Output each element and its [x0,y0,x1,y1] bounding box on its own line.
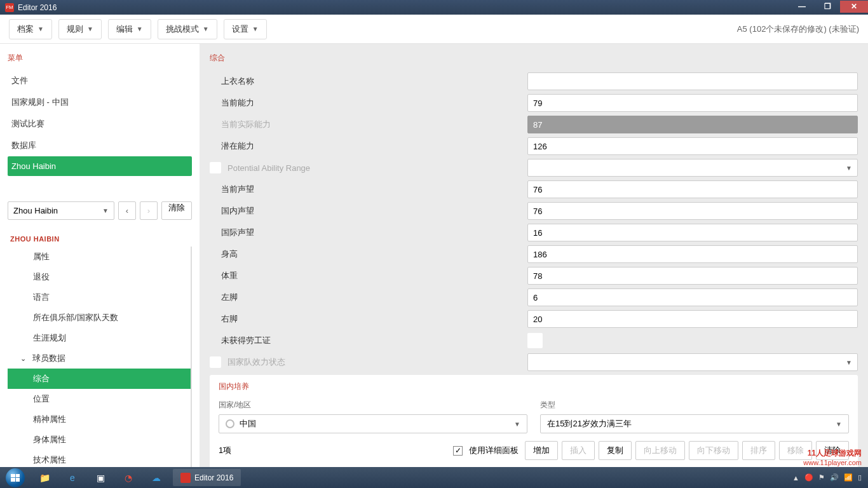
minimize-button[interactable]: — [789,1,815,13]
watermark: 11人足球游戏网 www.11player.com [803,448,862,466]
form-row-4: Potential Ability Range▼ [210,159,858,177]
field-label: 国际声望 [210,227,527,238]
maximize-button[interactable]: ❐ [815,1,840,13]
sidebar-item-0[interactable]: 文件 [8,70,192,92]
action-button-1: 插入 [562,441,595,460]
taskbar-icon[interactable]: ▣ [86,467,114,488]
chevron-down-icon: ▼ [87,25,93,32]
form-row-0: 上衣名称 [210,72,858,90]
taskbar-app-editor[interactable]: Editor 2016 [173,469,241,486]
checkbox[interactable] [210,162,221,173]
field-label: 未获得劳工证 [210,335,527,346]
taskbar: 📁 e ▣ ◔ ☁ Editor 2016 ▲🔴⚑🔊📶▯ [0,467,868,488]
type-select[interactable]: 在15到21岁效力满三年 ▼ [540,414,849,433]
close-button[interactable]: ✕ [840,1,868,13]
field-readonly [527,116,858,133]
form-row-7: 国际声望 [210,224,858,241]
nav-forward-button[interactable]: › [140,201,158,220]
sidebar-item-3[interactable]: 数据库 [8,135,192,156]
sidebar: 菜单 文件国家规则 - 中国测试比赛数据库Zhou Haibin Zhou Ha… [0,44,200,467]
form-row-5: 当前声望 [210,180,858,198]
field-label: 身高 [210,248,527,260]
tree-item-3[interactable]: 所在俱乐部/国家队天数 [8,308,191,328]
tree-sub-0[interactable]: 综合 [8,369,191,389]
menu-0[interactable]: 档案▼ [9,19,52,39]
menu-3[interactable]: 挑战模式▼ [158,19,217,39]
taskbar-icon[interactable]: 📁 [31,467,58,488]
detail-panel-checkbox[interactable]: ✓ [453,446,463,456]
field-input[interactable] [527,94,858,112]
chevron-down-icon: ⌄ [20,355,26,363]
sidebar-item-2[interactable]: 测试比赛 [8,113,192,135]
save-status: A5 (102个未保存的修改) (未验证) [737,24,859,35]
field-input[interactable] [527,202,858,220]
action-button-3: 向上移动 [635,441,685,460]
window-titlebar: FM Editor 2016 — ❐ ✕ [0,0,868,15]
menubar: 档案▼规则▼编辑▼挑战模式▼设置▼ A5 (102个未保存的修改) (未验证) [0,15,868,44]
tree-sub-4[interactable]: 技术属性 [8,450,191,467]
app-icon: FM [5,3,14,12]
form-row-1: 当前能力 [210,94,858,112]
chevron-down-icon: ▼ [203,25,209,32]
form-row-10: 左脚 [210,288,858,306]
domestic-training-section: 国内培养 国家/地区 中国 ▼ 类型 在15到21岁效力满三年 ▼ [210,375,858,467]
tree-item-4[interactable]: 生涯规划 [8,328,191,348]
menu-2[interactable]: 编辑▼ [108,19,151,39]
chevron-down-icon: ▼ [836,421,842,428]
sidebar-item-4[interactable]: Zhou Haibin [8,156,192,176]
field-input[interactable] [527,180,858,198]
section-title: 国内培养 [219,381,849,392]
form-row-9: 体重 [210,267,858,285]
sidebar-header: 菜单 [8,53,192,64]
type-label: 类型 [540,400,849,410]
field-label: 国家队效力状态 [210,356,527,368]
form-row-6: 国内声望 [210,202,858,220]
taskbar-icon[interactable]: e [58,467,86,488]
field-input[interactable] [527,288,858,306]
field-select[interactable]: ▼ [527,159,858,177]
tree-item-2[interactable]: 语言 [8,287,191,308]
action-button-0[interactable]: 增加 [525,441,558,460]
field-label: 当前实际能力 [210,119,527,130]
tree-item-0[interactable]: 属性 [8,247,191,267]
taskbar-icon[interactable]: ☁ [142,467,170,488]
field-label: 上衣名称 [210,76,527,87]
tree-item-1[interactable]: 退役 [8,267,191,287]
field-label: 当前声望 [210,184,527,195]
tree-sub-2[interactable]: 精神属性 [8,409,191,430]
field-input[interactable] [527,267,858,285]
item-count: 1项 [219,445,231,456]
nav-back-button[interactable]: ‹ [118,201,136,220]
tree-sub-3[interactable]: 身体属性 [8,430,191,450]
country-label: 国家/地区 [219,400,527,410]
field-select[interactable]: ▼ [527,353,858,371]
form-row-3: 潜在能力 [210,137,858,155]
country-select[interactable]: 中国 ▼ [219,414,527,433]
chevron-down-icon: ▼ [846,165,852,172]
form-row-12: 未获得劳工证 [210,332,858,349]
taskbar-icon[interactable]: ◔ [114,467,142,488]
tree-expandable-player-data[interactable]: ⌄球员数据 [8,348,191,369]
tree-sub-1[interactable]: 位置 [8,389,191,409]
field-input[interactable] [527,72,858,90]
chevron-down-icon: ▼ [137,25,143,32]
sidebar-item-1[interactable]: 国家规则 - 中国 [8,92,192,113]
clear-button[interactable]: 清除 [161,201,192,220]
system-tray[interactable]: ▲🔴⚑🔊📶▯ [792,473,868,482]
field-checkbox[interactable] [527,333,543,348]
chevron-down-icon: ▼ [514,421,520,428]
field-input[interactable] [527,137,858,155]
field-input[interactable] [527,245,858,263]
checkbox[interactable] [210,356,221,368]
start-button[interactable] [0,467,31,488]
search-input[interactable]: Zhou Haibin ▼ [8,201,114,220]
menu-1[interactable]: 规则▼ [58,19,102,39]
field-input[interactable] [527,224,858,241]
field-input[interactable] [527,310,858,328]
chevron-down-icon: ▼ [102,207,109,214]
field-label: Potential Ability Range [210,162,527,173]
action-button-5: 排序 [742,441,775,460]
menu-4[interactable]: 设置▼ [224,19,267,39]
action-button-2[interactable]: 复制 [599,441,632,460]
chevron-down-icon: ▼ [846,359,852,366]
